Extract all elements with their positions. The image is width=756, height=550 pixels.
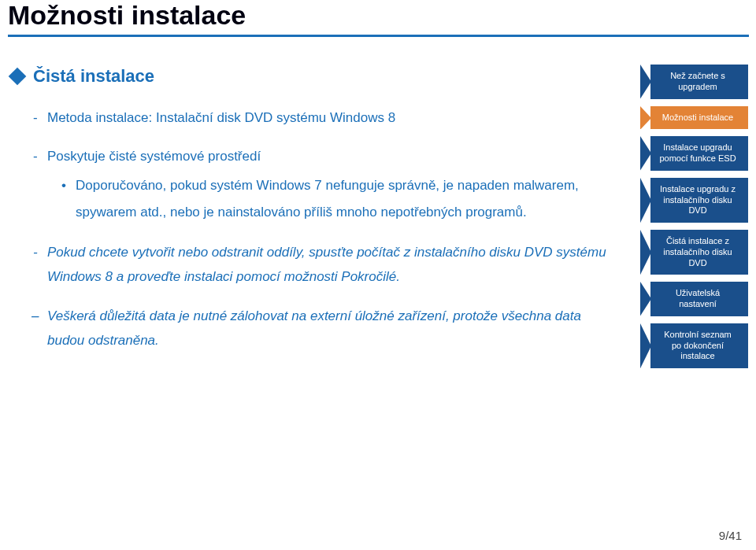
page-number: 9/41	[719, 529, 742, 542]
side-nav: Než začnete s upgradem Možnosti instalac…	[650, 65, 748, 368]
page-title: Možnosti instalace	[8, 2, 749, 37]
bullet-item-italic: Pokud chcete vytvořit nebo odstranit odd…	[47, 240, 617, 290]
nav-item-before-upgrade[interactable]: Než začnete s upgradem	[650, 65, 748, 99]
nav-label: Uživatelská nastavení	[658, 288, 737, 310]
nav-item-install-options[interactable]: Možnosti instalace	[650, 106, 748, 130]
nav-label: Instalace upgradu z instalačního disku D…	[658, 184, 737, 216]
dash-item-italic: Veškerá důležitá data je nutné zálohovat…	[47, 304, 617, 353]
main-content: Čistá instalace Metoda instalace: Instal…	[11, 66, 617, 366]
nav-item-user-settings[interactable]: Uživatelská nastavení	[650, 282, 748, 316]
nav-item-clean-install-dvd[interactable]: Čistá instalace z instalačního disku DVD	[650, 230, 748, 275]
section-heading-text: Čistá instalace	[33, 66, 154, 87]
nav-label: Než začnete s upgradem	[658, 71, 737, 93]
nav-item-dvd-upgrade[interactable]: Instalace upgradu z instalačního disku D…	[650, 178, 748, 223]
svg-marker-4	[640, 230, 651, 275]
svg-marker-1	[640, 106, 651, 130]
nav-label: Kontrolní seznam po dokončení instalace	[658, 330, 737, 362]
chevron-right-icon	[640, 230, 651, 275]
bullet-item: Poskytuje čisté systémové prostředí Dopo…	[47, 144, 617, 225]
chevron-right-icon	[640, 178, 651, 223]
chevron-right-icon	[640, 106, 651, 130]
section-heading: Čistá instalace	[11, 66, 617, 87]
svg-marker-2	[640, 136, 651, 171]
bullet-item: Metoda instalace: Instalační disk DVD sy…	[47, 105, 617, 130]
nav-label: Čistá instalace z instalačního disku DVD	[658, 236, 737, 268]
svg-marker-0	[640, 65, 651, 99]
chevron-right-icon	[640, 282, 651, 316]
diamond-bullet-icon	[9, 68, 27, 86]
nav-item-post-install-checklist[interactable]: Kontrolní seznam po dokončení instalace	[650, 323, 748, 368]
chevron-right-icon	[640, 323, 651, 368]
svg-marker-6	[640, 323, 651, 368]
chevron-right-icon	[640, 136, 651, 171]
chevron-right-icon	[640, 65, 651, 99]
sub-bullet-item: Doporučováno, pokud systém Windows 7 nef…	[76, 172, 617, 226]
bullet-text: Poskytuje čisté systémové prostředí	[47, 149, 261, 164]
svg-marker-3	[640, 178, 651, 223]
nav-label: Možnosti instalace	[662, 113, 734, 124]
nav-label: Instalace upgradu pomocí funkce ESD	[658, 142, 737, 164]
svg-marker-5	[640, 282, 651, 316]
nav-item-esd-upgrade[interactable]: Instalace upgradu pomocí funkce ESD	[650, 136, 748, 171]
